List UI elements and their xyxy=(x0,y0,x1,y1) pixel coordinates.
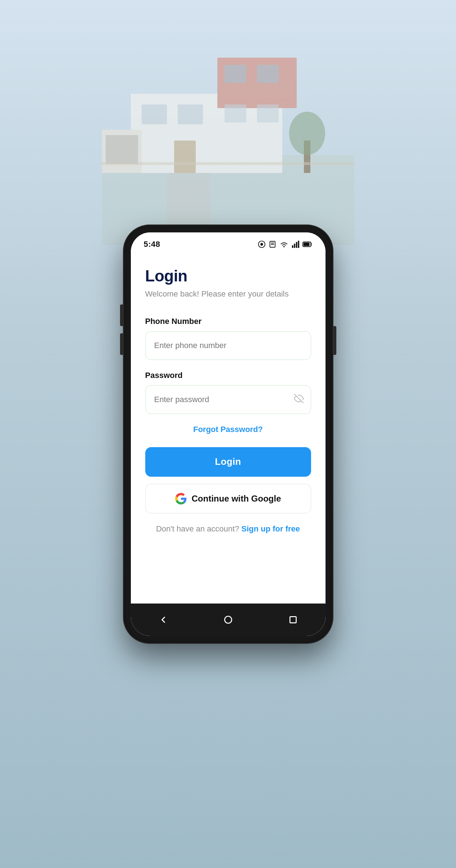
svg-rect-22 xyxy=(292,245,293,248)
svg-rect-19 xyxy=(271,242,274,243)
storage-icon xyxy=(269,240,276,248)
svg-rect-8 xyxy=(257,104,279,123)
recent-apps-button[interactable] xyxy=(284,611,302,629)
page-title: Login xyxy=(145,267,311,285)
svg-point-21 xyxy=(283,246,285,247)
media-icon xyxy=(258,240,266,248)
svg-point-29 xyxy=(225,616,232,623)
status-bar: 5:48 xyxy=(131,232,326,253)
password-field-wrapper xyxy=(145,385,311,414)
signup-prompt-text: Don't have an account? xyxy=(156,524,239,533)
svg-point-17 xyxy=(260,243,263,245)
navigation-bar xyxy=(131,604,326,636)
svg-rect-7 xyxy=(225,104,246,123)
wifi-icon xyxy=(279,240,289,248)
svg-rect-24 xyxy=(296,242,297,248)
back-button[interactable] xyxy=(154,611,172,629)
login-button[interactable]: Login xyxy=(145,447,311,477)
google-login-button[interactable]: Continue with Google xyxy=(145,484,311,513)
phone-number-label: Phone Number xyxy=(145,317,311,326)
page-subtitle: Welcome back! Please enter your details xyxy=(145,289,311,299)
svg-rect-9 xyxy=(174,141,196,173)
svg-rect-20 xyxy=(271,244,274,245)
signal-icon xyxy=(292,240,300,248)
home-button[interactable] xyxy=(219,611,237,629)
google-button-label: Continue with Google xyxy=(192,494,281,504)
svg-rect-27 xyxy=(303,242,309,246)
phone-number-input[interactable] xyxy=(145,331,311,360)
forgot-password-link[interactable]: Forgot Password? xyxy=(193,425,263,434)
status-icons xyxy=(258,240,313,248)
recent-apps-icon xyxy=(288,615,298,624)
phone-screen: 5:48 xyxy=(131,232,326,636)
svg-rect-11 xyxy=(106,135,138,164)
status-time: 5:48 xyxy=(144,240,160,249)
svg-rect-23 xyxy=(294,244,295,248)
svg-rect-5 xyxy=(225,65,246,83)
login-content: Login Welcome back! Please enter your de… xyxy=(131,253,326,604)
svg-rect-4 xyxy=(178,104,203,124)
svg-point-14 xyxy=(289,112,325,155)
background-house-svg xyxy=(102,29,354,245)
svg-rect-6 xyxy=(257,65,279,83)
svg-rect-15 xyxy=(102,162,354,165)
home-icon xyxy=(223,615,233,624)
signup-link[interactable]: Sign up for free xyxy=(242,524,300,533)
phone-number-field-wrapper xyxy=(145,331,311,360)
back-icon xyxy=(158,615,168,625)
phone-device: 5:48 xyxy=(124,225,333,643)
svg-rect-25 xyxy=(298,240,299,248)
phone-wrapper: 5:48 xyxy=(124,225,333,643)
battery-icon xyxy=(302,240,313,248)
password-input[interactable] xyxy=(145,385,311,414)
password-label: Password xyxy=(145,371,311,380)
password-toggle-icon[interactable] xyxy=(294,393,304,406)
svg-rect-3 xyxy=(142,104,167,124)
google-logo-icon xyxy=(175,493,187,504)
signup-section: Don't have an account? Sign up for free xyxy=(145,524,311,534)
forgot-password-section: Forgot Password? xyxy=(145,425,311,434)
svg-rect-30 xyxy=(290,616,296,623)
